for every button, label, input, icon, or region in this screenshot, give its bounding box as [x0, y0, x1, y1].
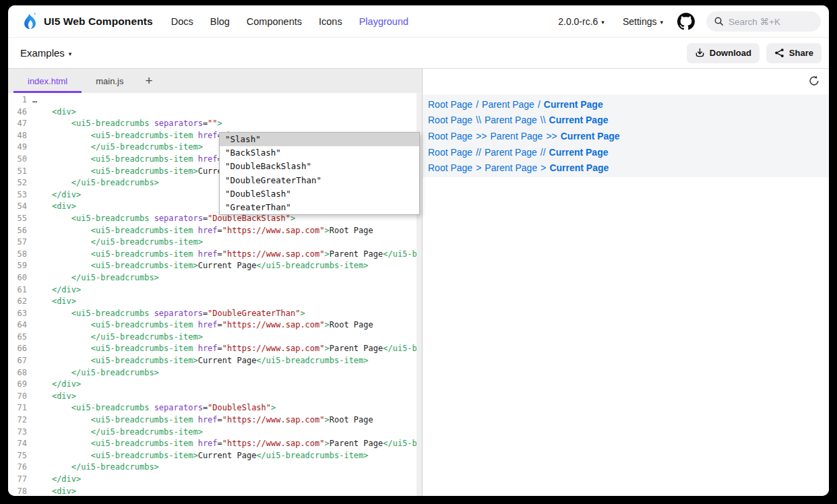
editor-tabbar: index.htmlmain.js+: [8, 69, 422, 93]
breadcrumb-separator: >>: [472, 131, 490, 141]
code-line-66: 66 <ui5-breadcrumbs-item href="https://w…: [8, 343, 416, 355]
code-line-58: 58 <ui5-breadcrumbs-item href="https://w…: [8, 249, 416, 261]
line-number: 59: [8, 260, 32, 272]
breadcrumb-current: Current Page: [549, 162, 609, 173]
search-icon: [714, 16, 724, 26]
code-line-60: 60 </ui5-breadcrumbs>: [8, 272, 416, 284]
browser-viewport: UI5 Web Components DocsBlogComponentsIco…: [8, 5, 829, 496]
brand-title[interactable]: UI5 Web Components: [44, 15, 153, 28]
line-number: 66: [8, 343, 32, 355]
line-number: 67: [8, 355, 32, 367]
github-link[interactable]: [677, 13, 695, 30]
autocomplete-option[interactable]: "Slash": [220, 133, 419, 146]
breadcrumb-link[interactable]: Parent Page: [482, 99, 534, 110]
line-number: 63: [8, 308, 32, 320]
breadcrumb-link[interactable]: Parent Page: [485, 115, 537, 125]
line-number: 58: [8, 249, 32, 261]
code-line-62: 62 <div>: [8, 296, 416, 308]
line-number: 78: [8, 486, 32, 496]
breadcrumb-link[interactable]: Parent Page: [485, 147, 537, 158]
nav-link-docs[interactable]: Docs: [171, 16, 193, 27]
ui5-flame-logo-icon[interactable]: [20, 12, 38, 30]
autocomplete-popup: "Slash""BackSlash""DoubleBackSlash""Doub…: [219, 132, 420, 215]
breadcrumb-separator: //: [537, 147, 549, 158]
code-line-63: 63 <ui5-breadcrumbs separators="DoubleGr…: [8, 308, 416, 320]
line-number: 52: [8, 177, 32, 189]
nav-link-playground[interactable]: Playground: [359, 16, 408, 27]
breadcrumb-link[interactable]: Root Page: [428, 131, 472, 141]
caret-down-icon: ▾: [69, 51, 72, 57]
breadcrumb-link[interactable]: Root Page: [428, 162, 472, 173]
breadcrumb-row: Root Page/Parent Page/Current Page: [428, 96, 829, 113]
autocomplete-option[interactable]: "DoubleSlash": [220, 187, 419, 201]
line-number: 51: [8, 166, 32, 178]
share-icon: [774, 48, 784, 58]
version-dropdown[interactable]: 2.0.0-rc.6 ▾: [558, 16, 604, 27]
line-number: 72: [8, 414, 32, 427]
code-line-72: 72 <ui5-breadcrumbs-item href="https://w…: [8, 414, 416, 427]
line-number: 55: [8, 213, 32, 225]
code-line-71: 71 <ui5-breadcrumbs separators="DoubleSl…: [8, 402, 416, 414]
breadcrumb-link[interactable]: Root Page: [428, 99, 472, 110]
autocomplete-option[interactable]: "DoubleBackSlash": [220, 160, 419, 173]
examples-label: Examples: [20, 47, 65, 59]
settings-dropdown[interactable]: Settings ▾: [623, 16, 663, 27]
breadcrumb-separator: /: [534, 99, 544, 110]
line-number: 53: [8, 189, 32, 201]
code-line-77: 77 </div>: [8, 474, 416, 486]
autocomplete-option[interactable]: "GreaterThan": [220, 201, 419, 214]
line-number: 76: [8, 462, 32, 474]
breadcrumb-link[interactable]: Parent Page: [485, 162, 537, 173]
nav-link-components[interactable]: Components: [247, 16, 302, 27]
breadcrumb-separator: >: [472, 162, 485, 173]
line-number: 64: [8, 319, 32, 332]
preview-pane: Root Page/Parent Page/Current PageRoot P…: [423, 69, 829, 496]
line-number: 69: [8, 379, 32, 391]
breadcrumb-current: Current Page: [549, 147, 609, 158]
playground-main: index.htmlmain.js+ 1…46 <div>47 <ui5-bre…: [8, 69, 829, 496]
breadcrumb-current: Current Page: [544, 99, 603, 110]
tab-main-js[interactable]: main.js: [82, 69, 137, 93]
download-label: Download: [710, 48, 751, 58]
tab-index-html[interactable]: index.html: [13, 69, 82, 93]
autocomplete-option[interactable]: "DoubleGreaterThan": [220, 174, 419, 187]
line-number: 48: [8, 130, 32, 142]
examples-dropdown[interactable]: Examples ▾: [20, 47, 71, 59]
breadcrumb-row: Root Page>>Parent Page>>Current Page: [428, 128, 829, 144]
refresh-button[interactable]: [808, 75, 820, 87]
breadcrumb-row: Root Page//Parent Page//Current Page: [428, 144, 829, 160]
caret-down-icon: ▾: [660, 19, 663, 26]
breadcrumb-separator: \\: [472, 115, 485, 125]
code-line-46: 46 <div>: [8, 106, 416, 119]
code-line-68: 68 </ui5-breadcrumbs>: [8, 367, 416, 379]
nav-link-icons[interactable]: Icons: [319, 16, 342, 27]
share-button[interactable]: Share: [766, 43, 822, 63]
breadcrumb-row: Root Page>Parent Page>Current Page: [428, 160, 829, 176]
line-number: 56: [8, 225, 32, 237]
code-line-67: 67 <ui5-breadcrumbs-item>Current Page</u…: [8, 355, 416, 367]
breadcrumb-separator: >: [537, 162, 549, 173]
line-number: 54: [8, 201, 32, 213]
line-number: 60: [8, 272, 32, 284]
breadcrumb-row: Root Page\\Parent Page\\Current Page: [428, 113, 829, 129]
code-line-1: 1…: [8, 94, 416, 106]
download-button[interactable]: Download: [687, 43, 760, 63]
line-number: 65: [8, 332, 32, 344]
nav-link-blog[interactable]: Blog: [210, 16, 230, 27]
code-line-61: 61 </div>: [8, 284, 416, 296]
line-number: 47: [8, 118, 32, 130]
code-line-73: 73 </ui5-breadcrumbs-item>: [8, 427, 416, 439]
breadcrumb-link[interactable]: Root Page: [428, 147, 472, 158]
breadcrumb-link[interactable]: Root Page: [428, 115, 472, 125]
code-line-74: 74 <ui5-breadcrumbs-item href="https://w…: [8, 438, 416, 450]
line-number: 75: [8, 450, 32, 462]
breadcrumb-link[interactable]: Parent Page: [491, 131, 543, 141]
code-line-59: 59 <ui5-breadcrumbs-item>Current Page</u…: [8, 260, 416, 272]
autocomplete-option[interactable]: "BackSlash": [220, 146, 419, 160]
code-line-47: 47 <ui5-breadcrumbs separators="">: [8, 118, 416, 130]
line-number: 70: [8, 391, 32, 403]
new-tab-button[interactable]: +: [137, 69, 160, 93]
code-line-69: 69 </div>: [8, 379, 416, 391]
search-input[interactable]: Search ⌘+K: [706, 11, 821, 32]
settings-label: Settings: [623, 16, 657, 27]
